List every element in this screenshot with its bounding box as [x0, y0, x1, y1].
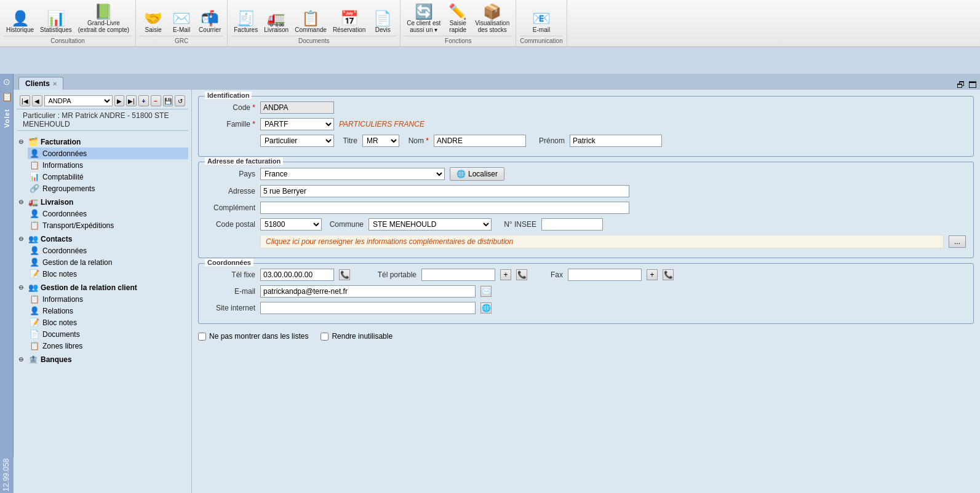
factures-icon: 🧾 [237, 10, 255, 26]
ribbon-group-documents: 🧾 Factures 🚛 Livraison 📋 Commande 📅 Rése… [228, 0, 400, 46]
historique-button[interactable]: 👤 Historique [4, 9, 36, 34]
historique-icon: 👤 [11, 10, 30, 26]
saisie-rapide-icon: ✏️ [448, 4, 467, 20]
visualisation-icon: 📦 [483, 4, 501, 20]
documents-label: Documents [231, 36, 396, 46]
grand-livre-button[interactable]: 📗 Grand-Livre(extrait de compte) [76, 2, 132, 34]
reservation-button[interactable]: 📅 Réservation [330, 9, 368, 34]
saisie-button[interactable]: 🤝 Saisie [140, 9, 167, 34]
factures-label: Factures [234, 26, 258, 33]
commande-label: Commande [295, 26, 327, 33]
courrier-icon: 📬 [201, 10, 219, 26]
ribbon-row: 👤 Historique 📊 Statistiques 📗 Grand-Livr… [0, 0, 980, 46]
ribbon-group-consultation: 👤 Historique 📊 Statistiques 📗 Grand-Livr… [0, 0, 136, 46]
grc-label: GRC [140, 36, 223, 46]
grand-livre-label: Grand-Livre(extrait de compte) [78, 20, 129, 33]
commande-icon: 📋 [301, 10, 320, 26]
livraison-button[interactable]: 🚛 Livraison [261, 9, 291, 34]
commande-button[interactable]: 📋 Commande [292, 9, 329, 34]
historique-label: Historique [6, 26, 34, 33]
courrier-button[interactable]: 📬 Courrier [196, 9, 223, 34]
visualisation-button[interactable]: 📦 Visualisationdes stocks [472, 2, 512, 34]
statistiques-icon: 📊 [47, 10, 65, 26]
communication-label: Communication [520, 36, 562, 46]
ce-client-icon: 🔄 [415, 4, 433, 20]
email2-button[interactable]: 📧 E-mail [528, 9, 555, 34]
saisie-label: Saisie [145, 26, 161, 33]
email-label: E-Mail [173, 26, 190, 33]
ribbon-group-communication: 📧 E-mail Communication [516, 0, 567, 46]
saisie-icon: 🤝 [144, 10, 162, 26]
grand-livre-icon: 📗 [94, 4, 113, 20]
email-icon: ✉️ [172, 10, 191, 26]
livraison-label: Livraison [264, 26, 289, 33]
ce-client-label: Ce client estaussi un ▾ [407, 20, 440, 33]
saisie-rapide-label: Saisierapide [449, 20, 466, 33]
devis-button[interactable]: 📄 Devis [369, 9, 396, 34]
reservation-label: Réservation [333, 26, 365, 33]
fonctions-label: Fonctions [404, 36, 512, 46]
ribbon-group-fonctions: 🔄 Ce client estaussi un ▾ ✏️ Saisierapid… [400, 0, 516, 46]
email2-label: E-mail [533, 26, 550, 33]
reservation-icon: 📅 [340, 10, 359, 26]
factures-button[interactable]: 🧾 Factures [231, 9, 260, 34]
ribbon: 👤 Historique 📊 Statistiques 📗 Grand-Livr… [0, 0, 980, 47]
saisie-rapide-button[interactable]: ✏️ Saisierapide [444, 2, 471, 34]
livraison-icon: 🚛 [267, 10, 285, 26]
courrier-label: Courrier [199, 26, 221, 33]
email2-icon: 📧 [532, 10, 551, 26]
ribbon-group-grc: 🤝 Saisie ✉️ E-Mail 📬 Courrier GRC [136, 0, 228, 46]
statistiques-label: Statistiques [40, 26, 72, 33]
devis-label: Devis [375, 26, 391, 33]
ce-client-button[interactable]: 🔄 Ce client estaussi un ▾ [404, 2, 443, 34]
email-button[interactable]: ✉️ E-Mail [168, 9, 195, 34]
consultation-label: Consultation [4, 36, 132, 46]
statistiques-button[interactable]: 📊 Statistiques [38, 9, 74, 34]
devis-icon: 📄 [373, 10, 392, 26]
visualisation-label: Visualisationdes stocks [475, 20, 509, 33]
